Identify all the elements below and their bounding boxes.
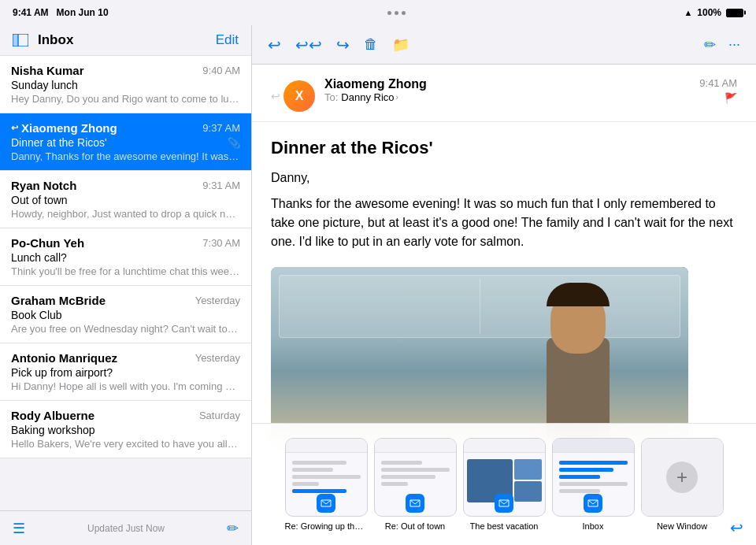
- mail-subject-antonio: Pick up from airport?: [11, 366, 240, 379]
- ipad-frame: 9:41 AM Mon Jun 10 ▲ 100%: [0, 0, 756, 545]
- task-label-reout: Re: Out of town: [385, 521, 445, 531]
- task-card-inbox[interactable]: Inbox: [552, 438, 635, 531]
- mail-time-xiaomeng: 9:37 AM: [202, 122, 240, 134]
- mail-subject-graham: Book Club: [11, 309, 240, 321]
- mail-app-icon-3: [495, 494, 513, 513]
- detail-toolbar: ↩ ↩↩ ↪ 🗑 📁 ✏ ···: [252, 25, 756, 65]
- compose-button-footer[interactable]: ✏: [227, 520, 239, 537]
- reply-indicator-icon: ↩: [11, 123, 18, 133]
- edit-button[interactable]: Edit: [216, 32, 239, 48]
- mail-items-list: Nisha Kumar 9:40 AM Sunday lunch Hey Dan…: [0, 55, 251, 510]
- mail-time-nisha: 9:40 AM: [202, 65, 240, 76]
- email-header-info: Xiaomeng Zhong To: Danny Rico ›: [324, 77, 690, 103]
- email-attached-image: [271, 267, 688, 440]
- mail-subject-ryan: Out of town: [11, 194, 240, 206]
- email-avatar: X: [284, 80, 315, 112]
- email-time: 9:41 AM: [699, 77, 737, 89]
- mail-item-nisha[interactable]: Nisha Kumar 9:40 AM Sunday lunch Hey Dan…: [0, 55, 251, 113]
- status-time: 9:41 AM: [13, 7, 49, 18]
- mail-preview-graham: Are you free on Wednesday night? Can't w…: [11, 323, 240, 335]
- main-layout: Inbox Edit Nisha Kumar 9:40 AM Sunday lu…: [0, 25, 756, 545]
- mail-sender-graham: Graham McBride: [11, 294, 106, 307]
- mail-item-pochun[interactable]: Po-Chun Yeh 7:30 AM Lunch call? Think yo…: [0, 228, 251, 286]
- email-subject: Dinner at the Ricos': [271, 138, 737, 158]
- toolbar-left: ↩ ↩↩ ↪ 🗑 📁: [268, 35, 410, 54]
- status-day: Mon Jun 10: [57, 7, 109, 18]
- mail-item-xiaomeng[interactable]: ↩ Xiaomeng Zhong 9:37 AM Dinner at the R…: [0, 113, 251, 171]
- trash-button[interactable]: 🗑: [364, 36, 378, 53]
- filter-icon[interactable]: ☰: [13, 520, 25, 537]
- header-left: Inbox: [9, 32, 73, 49]
- chevron-right-icon: ›: [396, 93, 398, 102]
- email-sender-name: Xiaomeng Zhong: [324, 77, 690, 91]
- task-thumb-new-window: +: [641, 438, 724, 517]
- more-button[interactable]: ···: [728, 36, 740, 53]
- mail-app-icon-4: [584, 494, 602, 513]
- attachment-icon: 📎: [228, 137, 240, 149]
- task-label-regrowing: Re: Growing up the hall...: [285, 521, 368, 531]
- folder-button[interactable]: 📁: [392, 36, 410, 54]
- mail-time-pochun: 7:30 AM: [202, 237, 240, 249]
- mail-item-ryan[interactable]: Ryan Notch 9:31 AM Out of town Howdy, ne…: [0, 171, 251, 228]
- mail-app-icon-1: [317, 494, 335, 513]
- email-body-text: Thanks for the awesome evening! It was s…: [271, 195, 737, 251]
- status-bar-left: 9:41 AM Mon Jun 10: [13, 7, 109, 18]
- mail-sender-rody: Rody Albuerne: [11, 409, 94, 422]
- multitask-overlay: Re: Growing up the hall...: [252, 423, 756, 545]
- mail-time-rody: Saturday: [199, 410, 240, 421]
- mail-preview-xiaomeng: Danny, Thanks for the awesome evening! I…: [11, 150, 240, 162]
- reply-all-button[interactable]: ↩↩: [295, 35, 322, 54]
- status-bar: 9:41 AM Mon Jun 10 ▲ 100%: [0, 0, 756, 25]
- task-card-vacation[interactable]: The best vacation: [463, 438, 546, 531]
- wifi-icon: ▲: [684, 8, 692, 17]
- mail-item-antonio[interactable]: Antonio Manriquez Yesterday Pick up from…: [0, 343, 251, 401]
- mail-preview-antonio: Hi Danny! Hope all is well with you. I'm…: [11, 380, 240, 392]
- mail-list-panel: Inbox Edit Nisha Kumar 9:40 AM Sunday lu…: [0, 25, 252, 545]
- mail-sender-pochun: Po-Chun Yeh: [11, 236, 84, 250]
- mail-preview-pochun: Think you'll be free for a lunchtime cha…: [11, 265, 240, 277]
- task-label-new-window: New Window: [657, 521, 707, 531]
- task-thumb-reout: [374, 438, 457, 517]
- mail-item-graham[interactable]: Graham McBride Yesterday Book Club Are y…: [0, 286, 251, 343]
- battery-percent: 100%: [697, 7, 721, 18]
- mail-sender-antonio: Antonio Manriquez: [11, 351, 117, 365]
- inbox-title: Inbox: [38, 32, 73, 48]
- sidebar-toggle-button[interactable]: [9, 32, 32, 49]
- status-bar-right: ▲ 100%: [684, 7, 743, 18]
- svg-rect-0: [13, 34, 18, 46]
- email-greeting: Danny,: [271, 171, 737, 185]
- mail-preview-nisha: Hey Danny, Do you and Rigo want to come …: [11, 93, 240, 105]
- compose-button[interactable]: ✏: [704, 36, 716, 54]
- reply-back-button[interactable]: ↩: [268, 35, 281, 54]
- status-bar-center: [387, 11, 406, 15]
- mail-time-graham: Yesterday: [195, 295, 240, 306]
- mail-subject-xiaomeng: Dinner at the Ricos' 📎: [11, 136, 240, 149]
- task-label-vacation: The best vacation: [470, 521, 539, 531]
- mail-preview-rody: Hello Bakers, We're very excited to have…: [11, 438, 240, 450]
- mail-sender-ryan: Ryan Notch: [11, 179, 76, 192]
- toolbar-right: ✏ ···: [704, 36, 740, 54]
- header-reply-arrow: ↩: [271, 90, 280, 102]
- mail-list-header: Inbox Edit: [0, 25, 251, 55]
- battery-icon: [726, 9, 743, 17]
- forward-button[interactable]: ↪: [336, 35, 350, 54]
- flag-icon[interactable]: 🚩: [724, 92, 737, 104]
- plus-icon: +: [666, 462, 698, 493]
- reply-button-bottom[interactable]: ↩: [730, 518, 743, 537]
- email-header: ↩ X Xiaomeng Zhong To: Danny Rico › 9:41…: [252, 65, 756, 122]
- task-card-regrowing[interactable]: Re: Growing up the hall...: [285, 438, 368, 531]
- task-label-inbox: Inbox: [583, 521, 604, 531]
- task-thumb-inbox: [552, 438, 635, 517]
- email-recipient: Danny Rico: [341, 91, 394, 103]
- mail-subject-nisha: Sunday lunch: [11, 79, 240, 91]
- task-thumb-regrowing: [285, 438, 368, 517]
- task-card-reout[interactable]: Re: Out of town: [374, 438, 457, 531]
- email-header-right: 9:41 AM 🚩: [699, 77, 737, 104]
- mail-app-icon-2: [406, 494, 424, 513]
- mail-sender-xiaomeng: ↩ Xiaomeng Zhong: [11, 121, 117, 135]
- mail-subject-pochun: Lunch call?: [11, 251, 240, 264]
- mail-item-rody[interactable]: Rody Albuerne Saturday Baking workshop H…: [0, 401, 251, 458]
- footer-status: Updated Just Now: [87, 523, 165, 534]
- email-detail-panel: ↩ ↩↩ ↪ 🗑 📁 ✏ ··· ↩ X: [252, 25, 756, 545]
- task-card-new-window[interactable]: + New Window: [641, 438, 724, 531]
